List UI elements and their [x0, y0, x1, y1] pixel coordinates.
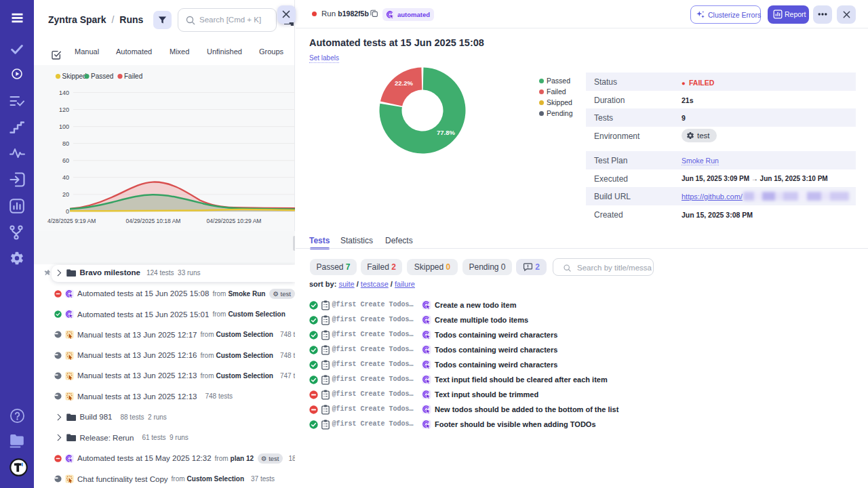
svg-text:77.8%: 77.8% [437, 129, 455, 136]
svg-text:0: 0 [66, 208, 69, 215]
svg-text:40: 40 [62, 174, 69, 181]
svg-text:100: 100 [59, 123, 69, 130]
svg-text:20: 20 [62, 191, 69, 198]
svg-text:140: 140 [59, 89, 69, 96]
svg-text:80: 80 [62, 140, 69, 147]
svg-text:04/29/2025 10:29 AM: 04/29/2025 10:29 AM [207, 218, 262, 224]
svg-text:60: 60 [62, 157, 69, 164]
svg-text:Passed: Passed [91, 73, 113, 80]
svg-text:120: 120 [59, 106, 69, 113]
svg-text:04/29/2025 10:18 AM: 04/29/2025 10:18 AM [126, 218, 181, 224]
svg-text:Skipped: Skipped [62, 73, 87, 80]
svg-text:22.2%: 22.2% [395, 79, 413, 87]
svg-text:Failed: Failed [124, 73, 142, 80]
svg-text:4/28/2025 9:19 AM: 4/28/2025 9:19 AM [47, 218, 96, 224]
